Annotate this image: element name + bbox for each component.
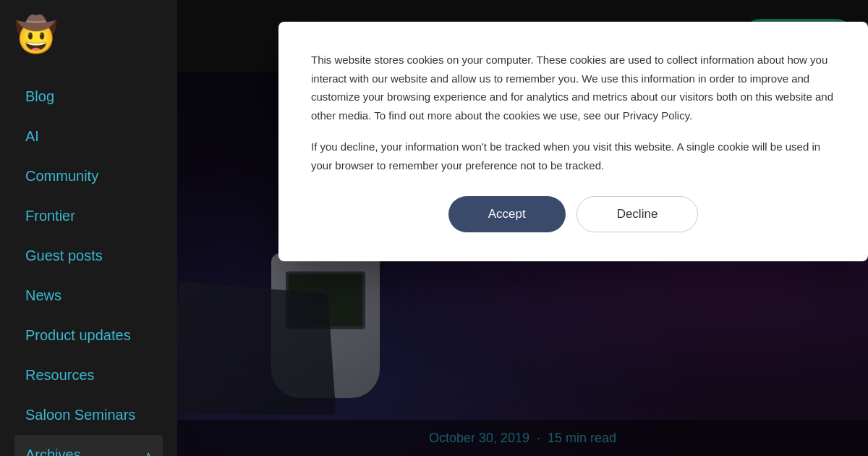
sidebar: 🤠 Blog AI Community Frontier Guest posts… — [0, 0, 177, 456]
modal-overlay: This website stores cookies on your comp… — [177, 0, 868, 456]
chevron-up-icon: ∧ — [145, 449, 152, 457]
sidebar-item-frontier[interactable]: Frontier — [14, 196, 163, 236]
sidebar-item-news[interactable]: News — [14, 276, 163, 316]
sidebar-item-ai[interactable]: AI — [14, 117, 163, 156]
logo-area: 🤠 — [14, 14, 163, 55]
logo-icon: 🤠 — [14, 14, 58, 55]
decline-button[interactable]: Decline — [576, 196, 699, 232]
cookie-modal: This website stores cookies on your comp… — [278, 22, 868, 261]
modal-buttons: Accept Decline — [311, 196, 835, 232]
accept-button[interactable]: Accept — [448, 196, 566, 232]
sidebar-item-product-updates[interactable]: Product updates — [14, 316, 163, 355]
sidebar-item-resources[interactable]: Resources — [14, 355, 163, 395]
sidebar-item-blog[interactable]: Blog — [14, 77, 163, 117]
sidebar-item-community[interactable]: Community — [14, 156, 163, 196]
sidebar-item-archives[interactable]: Archives ∧ — [14, 435, 163, 456]
main-content: Get Started — [177, 0, 868, 456]
sidebar-nav: Blog AI Community Frontier Guest posts N… — [14, 77, 163, 456]
cookie-paragraph-2: If you decline, your information won't b… — [311, 138, 835, 174]
sidebar-item-guest-posts[interactable]: Guest posts — [14, 236, 163, 276]
sidebar-item-saloon-seminars[interactable]: Saloon Seminars — [14, 395, 163, 435]
cookie-paragraph-1: This website stores cookies on your comp… — [311, 51, 835, 124]
